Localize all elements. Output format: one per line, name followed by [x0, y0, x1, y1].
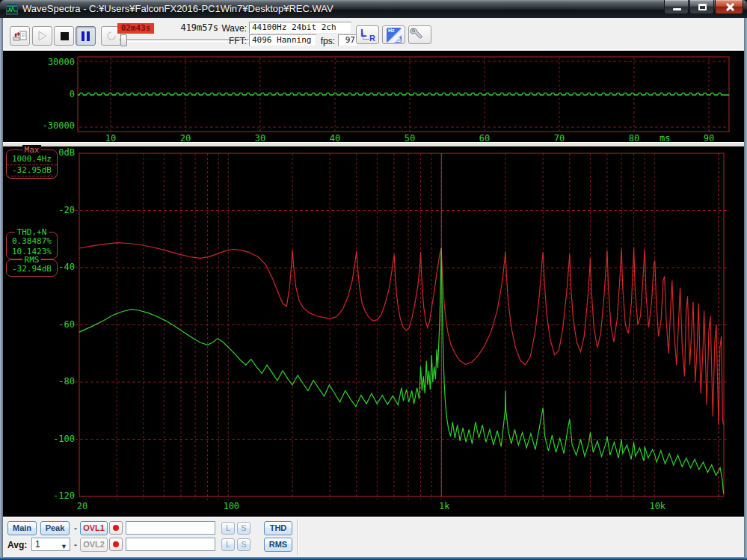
pause-button[interactable]	[76, 26, 96, 46]
close-button[interactable]	[715, 0, 743, 14]
ovl1-name-field[interactable]	[126, 521, 215, 535]
ovl2-load-button[interactable]: L	[221, 538, 235, 551]
waveform-plot	[3, 51, 744, 142]
minimize-button[interactable]	[664, 0, 689, 14]
toolbar-divider	[297, 519, 298, 555]
chevron-down-icon: ▼	[61, 541, 67, 553]
lr-left-label: L	[360, 27, 367, 39]
ovl1-record-button[interactable]	[109, 521, 123, 535]
waveform-panel: 300000-30000102030405060708090ms	[3, 51, 744, 142]
axis-tick-label: -30000	[7, 120, 75, 131]
axis-tick-label: 20	[77, 501, 87, 511]
open-file-icon	[13, 29, 28, 43]
peak-view-button[interactable]: Peak	[40, 521, 70, 535]
avg-dropdown[interactable]: 1 ▼	[31, 538, 70, 551]
window-frame-bottom	[0, 557, 747, 560]
thd-value: 0.38487%	[7, 236, 57, 247]
stop-button[interactable]	[54, 26, 74, 46]
hz-db-scale-button[interactable]: Hz dB	[382, 25, 405, 44]
spectrum-panel: Max 1000.4Hz -32.95dB THD,+N 0.38487% 10…	[3, 147, 744, 517]
axis-tick-label: 30000	[7, 57, 75, 67]
thd-readout-label: THD,+N	[15, 227, 49, 237]
window-frame-right	[744, 18, 747, 557]
toolbar: 02m43s 419m57s Wave: 44100Hz 24bit 2ch F…	[3, 18, 744, 51]
ovl1-load-button[interactable]: L	[221, 522, 235, 535]
ovl1-save-button[interactable]: S	[237, 522, 250, 535]
stop-icon	[61, 32, 69, 40]
ovl2-button[interactable]: OVL2	[80, 538, 108, 552]
ovl2-save-button[interactable]: S	[237, 538, 250, 551]
axis-tick-label: -100	[7, 434, 75, 444]
axis-tick-label: 1k	[439, 501, 449, 511]
max-level-value: -32.95dB	[7, 165, 57, 176]
axis-tick-label: -60	[7, 319, 75, 330]
hz-db-icon: Hz dB	[387, 28, 402, 43]
axis-tick-label: 0	[7, 89, 75, 99]
lr-right-label: R	[369, 34, 375, 43]
axis-tick-label: -80	[7, 376, 75, 387]
axis-tick-label: 10k	[649, 501, 665, 511]
axis-tick-label: -20	[7, 205, 75, 215]
dash-separator: -	[74, 540, 77, 550]
axis-tick-label: 0dB	[7, 147, 75, 158]
minimize-icon	[673, 8, 681, 10]
axis-tick-label: 100	[223, 501, 239, 511]
ovl1-button[interactable]: OVL1	[80, 521, 108, 535]
record-dot-icon	[113, 541, 119, 547]
maximize-icon	[698, 4, 707, 10]
rms-button[interactable]: RMS	[264, 538, 292, 552]
main-view-button[interactable]: Main	[7, 521, 37, 535]
fft-label: FFT:	[208, 36, 247, 46]
titlebar[interactable]: WaveSpectra - C:¥Users¥FalconFX2016-PC1W…	[0, 0, 747, 18]
position-slider-handle[interactable]	[120, 34, 127, 46]
spectrum-plot	[3, 147, 744, 517]
maximize-button[interactable]	[689, 0, 714, 14]
lr-channel-button[interactable]: L R	[356, 25, 379, 44]
window-title: WaveSpectra - C:¥Users¥FalconFX2016-PC1W…	[22, 3, 333, 14]
settings-button[interactable]	[408, 25, 431, 44]
loop-icon	[105, 29, 118, 43]
thd-button[interactable]: THD	[264, 521, 292, 535]
wave-label: Wave:	[208, 23, 247, 34]
fps-label: fps:	[298, 36, 335, 46]
ovl2-name-field[interactable]	[126, 538, 215, 551]
avg-label: Avg:	[7, 540, 27, 550]
play-icon	[37, 30, 49, 42]
record-dot-icon	[113, 525, 119, 531]
open-file-button[interactable]	[10, 26, 30, 46]
axis-tick-label: -40	[7, 262, 75, 272]
fps-field[interactable]: 97	[338, 34, 358, 46]
wavespectra-window: WaveSpectra - C:¥Users¥FalconFX2016-PC1W…	[0, 0, 747, 560]
wrench-icon	[409, 26, 424, 41]
dash-separator: -	[74, 523, 77, 534]
app-icon	[6, 3, 18, 15]
avg-value: 1	[35, 539, 40, 550]
ovl2-record-button[interactable]	[109, 538, 123, 551]
axis-tick-label: -120	[7, 490, 75, 501]
pause-icon	[82, 31, 84, 41]
wave-info-field[interactable]: 44100Hz 24bit 2ch	[249, 22, 351, 34]
bottom-control-bar: Main Peak - OVL1 L S THD Avg: 1 ▼ - OVL2…	[3, 517, 744, 557]
play-button[interactable]	[32, 26, 52, 46]
elapsed-time: 02m43s	[117, 23, 154, 34]
